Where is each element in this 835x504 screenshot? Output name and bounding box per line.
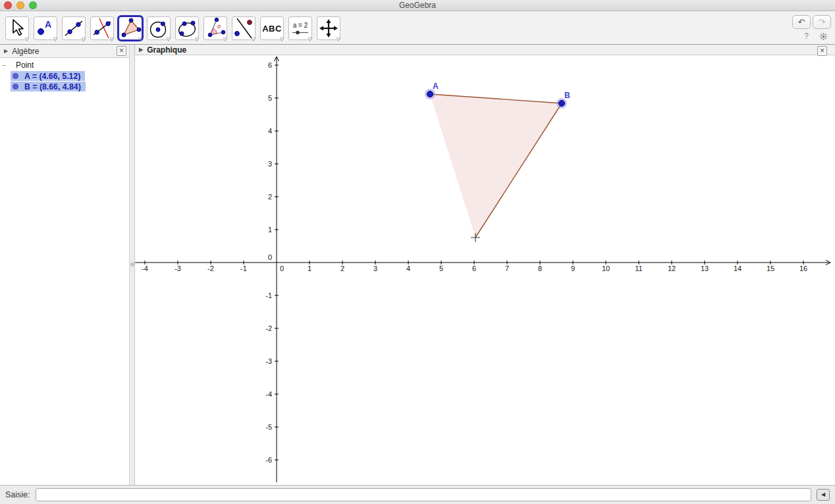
splitter-handle[interactable] — [130, 263, 134, 266]
svg-text:1: 1 — [268, 226, 272, 234]
circle-tool[interactable]: ▽ — [147, 16, 171, 40]
input-help-button[interactable]: ◀ — [817, 489, 830, 501]
algebra-tree: − Point A = (4.66, 5.12) B = (8.66, 4.84… — [0, 58, 129, 485]
panel-arrow-icon[interactable]: ▶ — [4, 48, 8, 54]
svg-text:-3: -3 — [265, 357, 272, 365]
input-bar-label: Saisie: — [5, 490, 30, 499]
tree-group-point[interactable]: − Point — [0, 61, 129, 70]
traffic-lights — [4, 1, 37, 9]
window-title: GeoGebra — [0, 0, 835, 11]
tool-dropdown-icon[interactable]: ▽ — [195, 37, 199, 42]
tool-dropdown-icon[interactable]: ▽ — [110, 37, 114, 42]
point-bullet-icon — [13, 84, 18, 89]
help-button[interactable]: ? — [804, 32, 809, 41]
tool-dropdown-icon[interactable]: ▽ — [167, 37, 171, 42]
graphics-panel-title: Graphique — [147, 45, 186, 55]
slider-tool[interactable]: a = 2 ▽ — [288, 16, 312, 40]
tool-dropdown-icon[interactable]: ▽ — [53, 37, 57, 42]
collapse-icon[interactable]: − — [2, 61, 6, 70]
command-input[interactable] — [36, 488, 811, 501]
svg-text:-2: -2 — [207, 265, 214, 272]
line-tool[interactable]: ▽ — [62, 16, 86, 40]
minimize-window-button[interactable] — [16, 1, 24, 9]
toolbar-right: ↶ ↷ ? — [792, 15, 831, 41]
svg-text:1: 1 — [308, 265, 311, 272]
svg-text:14: 14 — [734, 265, 741, 272]
toolbar: ▽ A ▽ ▽ ▽ — [0, 11, 835, 45]
zoom-window-button[interactable] — [29, 1, 37, 9]
move-graphics-tool[interactable]: ▽ — [317, 16, 340, 40]
perpendicular-line-tool[interactable]: ▽ — [90, 16, 114, 40]
svg-text:16: 16 — [799, 265, 807, 272]
undo-button[interactable]: ↶ — [792, 15, 811, 29]
close-icon: × — [820, 45, 825, 55]
graphics-canvas[interactable]: -4-3-2-10123456789101112131415166543210-… — [135, 55, 835, 482]
algebra-close-button[interactable]: × — [117, 46, 126, 56]
svg-text:10: 10 — [602, 265, 610, 272]
svg-text:13: 13 — [701, 265, 709, 272]
algebra-panel-header: ▶ Algèbre × — [0, 45, 129, 58]
move-tool[interactable]: ▽ — [5, 16, 29, 40]
text-tool[interactable]: ABC ▽ — [260, 16, 284, 40]
graphics-panel-header: ▶ Graphique × — [135, 45, 835, 55]
svg-text:6: 6 — [472, 265, 476, 272]
svg-text:0: 0 — [268, 253, 272, 261]
angle-tool[interactable]: α ▽ — [203, 16, 227, 40]
conic-tool[interactable]: ▽ — [175, 16, 199, 40]
svg-text:A: A — [433, 82, 439, 91]
tool-dropdown-icon[interactable]: ▽ — [337, 37, 340, 42]
tool-dropdown-icon[interactable]: ▽ — [25, 37, 29, 42]
geogebra-window: GeoGebra ▽ A ▽ ▽ — [0, 0, 835, 504]
tool-dropdown-icon[interactable]: ▽ — [252, 37, 256, 42]
main-area: ▶ Algèbre × − Point A = (4.66, 5.12) — [0, 45, 835, 485]
svg-text:5: 5 — [439, 265, 443, 272]
svg-text:2: 2 — [340, 265, 344, 272]
tool-dropdown-icon[interactable]: ▽ — [308, 37, 312, 42]
svg-text:11: 11 — [635, 265, 642, 272]
svg-text:-6: -6 — [265, 456, 272, 464]
graphics-close-button[interactable]: × — [817, 46, 827, 56]
redo-button[interactable]: ↷ — [813, 15, 831, 29]
slider-track-icon — [292, 30, 309, 36]
tool-dropdown-icon[interactable]: ▽ — [280, 37, 284, 42]
polygon-tool[interactable]: ▽ — [119, 16, 142, 40]
slider-icon: a = 2 — [292, 22, 309, 36]
tool-dropdown-icon[interactable]: ▽ — [138, 37, 142, 42]
panel-splitter[interactable] — [129, 45, 135, 485]
algebra-item-label: B = (8.66, 4.84) — [24, 82, 81, 91]
svg-text:2: 2 — [268, 193, 272, 201]
svg-text:-2: -2 — [265, 324, 272, 332]
svg-text:7: 7 — [505, 265, 509, 272]
point-tool[interactable]: A ▽ — [34, 16, 57, 40]
svg-text:A: A — [45, 19, 51, 30]
svg-text:5: 5 — [268, 94, 272, 102]
svg-text:6: 6 — [268, 61, 272, 69]
panel-arrow-icon[interactable]: ▶ — [139, 47, 143, 53]
close-icon: × — [119, 45, 124, 55]
svg-text:3: 3 — [373, 265, 377, 272]
reflection-tool[interactable]: ▽ — [232, 16, 256, 40]
gear-icon[interactable] — [819, 32, 828, 41]
svg-text:0: 0 — [280, 265, 284, 272]
algebra-item-label: A = (4.66, 5.12) — [24, 72, 80, 81]
svg-text:-5: -5 — [265, 423, 272, 431]
svg-text:9: 9 — [571, 265, 575, 272]
svg-text:12: 12 — [668, 265, 676, 272]
algebra-item-b[interactable]: B = (8.66, 4.84) — [11, 82, 86, 91]
svg-text:-1: -1 — [265, 291, 272, 299]
svg-text:α: α — [217, 22, 221, 30]
tree-group-label: Point — [16, 61, 34, 70]
svg-text:3: 3 — [268, 160, 272, 168]
svg-text:4: 4 — [406, 265, 410, 272]
text-tool-label: ABC — [262, 24, 282, 34]
svg-text:-4: -4 — [265, 390, 272, 398]
algebra-item-a[interactable]: A = (4.66, 5.12) — [11, 71, 85, 81]
tool-dropdown-icon[interactable]: ▽ — [82, 37, 86, 42]
svg-text:-1: -1 — [240, 265, 247, 272]
title-bar: GeoGebra — [0, 0, 835, 11]
tool-dropdown-icon[interactable]: ▽ — [223, 37, 227, 42]
svg-text:B: B — [564, 91, 570, 100]
close-window-button[interactable] — [4, 1, 12, 9]
slider-tool-label: a = 2 — [293, 22, 308, 29]
svg-text:-4: -4 — [142, 265, 148, 272]
